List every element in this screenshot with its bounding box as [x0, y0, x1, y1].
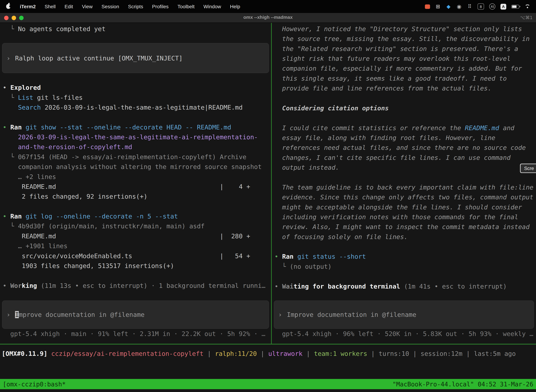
right-command-input[interactable]: › Improve documentation in @filename — [274, 300, 534, 329]
terminal-line: the source tree, missing the essay. Stil… — [274, 34, 533, 44]
inject-message: Ralph loop active continue [OMX_TMUX_INJ… — [15, 54, 183, 62]
menu-item-profiles[interactable]: Profiles — [152, 4, 169, 9]
left-top-lines: └ No agents completed yet — [3, 24, 106, 34]
terminal-line: references need actual files, and since … — [274, 143, 533, 153]
menu-item-session[interactable]: Session — [101, 4, 119, 9]
terminal-line — [274, 242, 533, 252]
terminal-line: and-the-erosion-of-copyleft.md — [3, 142, 266, 152]
apple-menu[interactable] — [5, 4, 11, 9]
omx-status-line-container: [OMX#0.11.9] cczip/essay/ai-reimplementa… — [2, 349, 536, 359]
ralph-inject-box: › Ralph loop active continue [OMX_TMUX_I… — [2, 43, 269, 73]
terminal-line: 2026-03-09-is-legal-the-same-as-legitima… — [3, 132, 266, 142]
menu-item-toolbelt[interactable]: Toolbelt — [177, 4, 195, 9]
keyboard-badge-icon[interactable]: 8 — [478, 3, 484, 10]
terminal-line: • Working (11m 13s • esc to interrupt) ·… — [3, 281, 266, 290]
terminal-line: provide file and line references from th… — [274, 83, 533, 93]
menu-item-window[interactable]: Window — [203, 4, 221, 9]
terminal-line: • Ran git show --stat --oneline --decora… — [3, 122, 266, 132]
menu-bar-status-icons: ⊞◆◉⠿8.61A — [425, 3, 531, 10]
tmux-status-bar: [omx-cczip0:bash* "MacBook-Pro-44.local"… — [0, 379, 536, 389]
window-title-bar[interactable]: omx --xhigh --madmax ⌥⌘1 — [0, 13, 536, 23]
terminal-line: • Waiting for background terminal (1m 41… — [274, 281, 533, 291]
menu-item-scripts[interactable]: Scripts — [128, 4, 143, 9]
menu-item-shell[interactable]: Shell — [45, 4, 56, 9]
terminal-line: └ 4b9d30f (origin/main, instructkr/main,… — [3, 221, 266, 231]
terminal-line: … +2 lines — [3, 172, 266, 182]
menu-items: iTerm2ShellEditViewSessionScriptsProfile… — [20, 4, 240, 9]
terminal-line: the "Related research writing" section i… — [274, 44, 533, 54]
window-shortcut-hint: ⌥⌘1 — [520, 15, 532, 20]
left-scrollback: • Explored └ List git ls-files Search 20… — [3, 83, 266, 290]
terminal-line: └ List git ls-files — [3, 93, 266, 103]
terminal-line: Considering citation options — [274, 103, 533, 113]
terminal-line: slight risk that future readers may over… — [274, 54, 533, 63]
terminal-line: src/voice/voiceModeEnabled.ts | 54 + — [3, 251, 266, 261]
app-icon-blue[interactable]: ◆ — [446, 3, 451, 10]
terminal-line: … +1901 lines — [3, 241, 266, 251]
terminal-line: └ (no output) — [274, 261, 533, 271]
menu-bar-left: iTerm2ShellEditViewSessionScriptsProfile… — [5, 4, 240, 9]
terminal-line: README.md | 4 + — [3, 182, 266, 191]
terminal-line: README.md | 280 + — [3, 231, 266, 241]
menu-item-view[interactable]: View — [82, 4, 93, 9]
terminal-line — [3, 112, 266, 122]
app-icon-dark[interactable]: ◉ — [456, 3, 462, 10]
terminal-line: └ No agents completed yet — [3, 24, 106, 34]
terminal-line: this single essay, it seems like a good … — [274, 73, 533, 83]
terminal-line: changes, I can't cite specific file line… — [274, 153, 533, 163]
screen: iTerm2ShellEditViewSessionScriptsProfile… — [0, 0, 536, 392]
terminal-line — [3, 271, 266, 281]
terminal-line: I could cite commit statistics or refere… — [274, 123, 533, 133]
text-cursor: I — [15, 311, 19, 318]
tmux-host-clock: "MacBook-Pro-44.local" 04:52 31-Mar-26 — [392, 380, 533, 387]
screen-overlay-button[interactable]: Scre — [520, 163, 536, 173]
terminal-line — [274, 271, 533, 281]
menu-item-iterm2[interactable]: iTerm2 — [20, 4, 36, 9]
tmux-session-label: [omx-cczip0:bash* — [3, 380, 66, 387]
terminal-line: 2 files changed, 92 insertions(+) — [3, 191, 266, 201]
terminal-line: essay file, along with finding root file… — [274, 133, 533, 143]
input-placeholder: mprove documentation in @filename — [19, 311, 144, 318]
dots-grid-icon[interactable]: ⠿ — [467, 3, 472, 10]
input-source-icon[interactable]: A — [500, 3, 506, 10]
terminal-line: Search 2026-03-09-is-legal-the-same-as-l… — [3, 103, 266, 112]
screen-recording-indicator-icon[interactable] — [425, 3, 430, 10]
right-scrollback: However, I noticed the "Directory Struct… — [274, 24, 533, 291]
terminal-line: 1903 files changed, 513517 insertions(+) — [3, 261, 266, 271]
terminal-line — [274, 93, 533, 103]
terminal-line: However, I noticed the "Directory Struct… — [274, 24, 533, 34]
terminal-line: [OMX#0.11.9] cczip/essay/ai-reimplementa… — [2, 349, 536, 359]
input-placeholder: Improve documentation in @filename — [287, 311, 416, 318]
terminal-line: output instead. — [274, 163, 533, 172]
terminal-line: └ 067f154 (HEAD -> essay/ai-reimplementa… — [3, 152, 266, 162]
terminal-line: including verification notes with those … — [274, 212, 533, 222]
right-terminal-pane[interactable]: However, I noticed the "Directory Struct… — [272, 23, 536, 344]
apple-logo-icon — [6, 4, 10, 9]
menu-item-help[interactable]: Help — [230, 4, 240, 9]
terminal-line: The team guideline is to back every impo… — [274, 182, 533, 192]
left-terminal-pane[interactable]: └ No agents completed yet › Ralph loop a… — [0, 23, 271, 344]
wifi-icon[interactable] — [524, 3, 531, 10]
terminal-line: review. Also, I might want to inspect th… — [274, 222, 533, 232]
terminal-line: of focusing solely on file lines. — [274, 232, 533, 242]
menu-item-edit[interactable]: Edit — [65, 4, 73, 9]
menu-bar: iTerm2ShellEditViewSessionScriptsProfile… — [0, 0, 536, 13]
terminal-line: • Explored — [3, 83, 266, 92]
prompt-chevron: › — [6, 311, 10, 318]
window-title: omx --xhigh --madmax — [0, 15, 536, 20]
left-command-input[interactable]: › I mprove documentation in @filename — [2, 300, 269, 329]
prompt-chevron: › — [278, 311, 282, 318]
terminal-line: companion file, especially if more comme… — [274, 64, 533, 73]
left-status-line: gpt-5.4 xhigh · main · 91% left · 2.31M … — [10, 329, 265, 339]
grid-icon[interactable]: ⊞ — [435, 3, 441, 10]
terminal-line: companion analysis without altering the … — [3, 162, 266, 172]
terminal-line — [274, 173, 533, 182]
gauge-icon[interactable]: .61 — [489, 3, 495, 10]
prompt-chevron: › — [6, 54, 10, 62]
terminal-line: • Ran git status --short — [274, 252, 533, 261]
terminal-area: └ No agents completed yet › Ralph loop a… — [0, 23, 536, 392]
terminal-line: might be acceptable alongside the file l… — [274, 202, 533, 212]
battery-icon[interactable] — [511, 3, 519, 10]
terminal-line — [3, 201, 266, 211]
terminal-line — [274, 113, 533, 123]
